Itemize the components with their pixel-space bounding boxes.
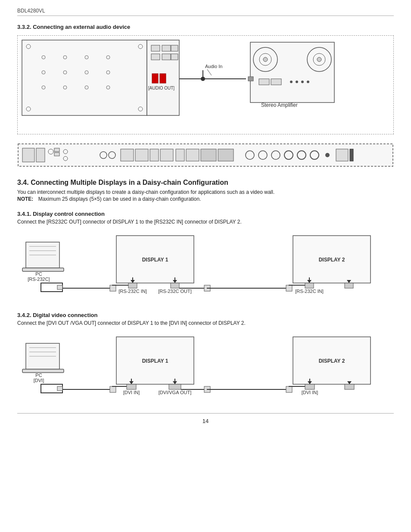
svg-rect-59 bbox=[135, 149, 148, 161]
svg-rect-0 bbox=[22, 40, 147, 115]
svg-text:DISPLAY 2: DISPLAY 2 bbox=[319, 257, 345, 263]
bottom-panel-diagram bbox=[17, 143, 394, 169]
section-332-title: 3.3.2. Connecting an external audio devi… bbox=[17, 24, 394, 30]
svg-rect-122 bbox=[127, 384, 136, 389]
svg-rect-64 bbox=[201, 149, 216, 161]
svg-rect-109 bbox=[286, 285, 292, 291]
svg-rect-73 bbox=[336, 149, 348, 161]
svg-point-72 bbox=[325, 153, 330, 157]
section-342-title: 3.4.2. Digital video connection bbox=[17, 312, 394, 318]
bottom-connectors-svg bbox=[17, 143, 394, 168]
svg-rect-144 bbox=[286, 386, 292, 392]
note-label: NOTE: bbox=[17, 196, 33, 202]
svg-point-45 bbox=[307, 81, 309, 83]
svg-point-36 bbox=[263, 57, 268, 62]
svg-text:[DVI/VGA OUT]: [DVI/VGA OUT] bbox=[159, 390, 191, 395]
svg-text:[RS-232C OUT]: [RS-232C OUT] bbox=[158, 289, 192, 294]
section-34-desc1: You can interconnect multiple displays t… bbox=[17, 189, 394, 195]
svg-rect-63 bbox=[186, 149, 199, 161]
svg-rect-139 bbox=[345, 384, 354, 389]
svg-rect-23 bbox=[171, 54, 178, 60]
svg-rect-41 bbox=[271, 79, 281, 85]
svg-text:[AUDIO OUT]: [AUDIO OUT] bbox=[148, 86, 174, 90]
svg-rect-65 bbox=[218, 149, 234, 161]
svg-line-31 bbox=[207, 69, 212, 75]
section-341: 3.4.1. Display control connection Connec… bbox=[17, 211, 394, 302]
svg-rect-126 bbox=[169, 384, 181, 389]
svg-rect-58 bbox=[121, 149, 134, 161]
svg-rect-115 bbox=[22, 369, 64, 373]
svg-rect-33 bbox=[250, 42, 334, 103]
svg-rect-100 bbox=[305, 283, 314, 288]
note-text: Maximum 25 displays (5×5) can be used in… bbox=[38, 196, 201, 202]
section-341-title: 3.4.1. Display control connection bbox=[17, 211, 394, 217]
section-342-diagram: PC [DVI] DISPLAY 1 [DVI IN] [DVI/VGA OUT… bbox=[17, 330, 394, 401]
svg-text:[DVI IN]: [DVI IN] bbox=[123, 390, 140, 395]
svg-rect-20 bbox=[171, 45, 178, 51]
svg-rect-135 bbox=[305, 384, 314, 389]
svg-text:DISPLAY 2: DISPLAY 2 bbox=[319, 358, 345, 364]
svg-rect-21 bbox=[151, 54, 160, 60]
svg-rect-90 bbox=[171, 283, 179, 288]
section-342-desc: Connect the [DVI OUT /VGA OUT] connector… bbox=[17, 320, 394, 326]
svg-rect-62 bbox=[176, 149, 184, 161]
svg-rect-52 bbox=[54, 148, 59, 152]
svg-rect-18 bbox=[151, 45, 160, 51]
svg-rect-22 bbox=[162, 54, 171, 60]
svg-text:DISPLAY 1: DISPLAY 1 bbox=[142, 257, 168, 263]
audio-diagram-container: [AUDIO OUT] Audio In Stereo Amplifier bbox=[17, 35, 394, 134]
svg-rect-50 bbox=[36, 148, 45, 162]
svg-text:[DVI IN]: [DVI IN] bbox=[302, 390, 318, 395]
svg-rect-46 bbox=[248, 77, 253, 81]
model-label: BDL4280VL bbox=[17, 8, 394, 16]
svg-text:Stereo Amplifier: Stereo Amplifier bbox=[261, 102, 298, 108]
svg-rect-83 bbox=[57, 285, 62, 289]
svg-text:PC: PC bbox=[35, 271, 42, 277]
svg-rect-104 bbox=[345, 283, 353, 288]
svg-rect-119 bbox=[57, 386, 62, 391]
svg-rect-53 bbox=[54, 152, 59, 156]
svg-text:[RS-232C]: [RS-232C] bbox=[28, 277, 50, 282]
page-number: 14 bbox=[17, 413, 394, 424]
svg-point-44 bbox=[301, 81, 304, 83]
svg-rect-95 bbox=[110, 285, 116, 291]
svg-rect-86 bbox=[128, 283, 137, 288]
svg-text:Audio In: Audio In bbox=[205, 64, 222, 69]
svg-rect-79 bbox=[22, 268, 64, 271]
section-341-desc: Connect the [RS232C OUT] connector of DI… bbox=[17, 219, 394, 225]
model-text: BDL4280VL bbox=[17, 8, 45, 14]
svg-rect-61 bbox=[160, 149, 173, 161]
section-342: 3.4.2. Digital video connection Connect … bbox=[17, 312, 394, 403]
svg-text:[RS-232C IN]: [RS-232C IN] bbox=[295, 289, 323, 294]
section-34: 3.4. Connecting Multiple Displays in a D… bbox=[17, 179, 394, 202]
section-34-title: 3.4. Connecting Multiple Displays in a D… bbox=[17, 179, 394, 187]
svg-point-43 bbox=[296, 81, 298, 83]
section-341-diagram: PC [RS-232C] DISPLAY 1 [RS-232C IN] [RS-… bbox=[17, 229, 394, 300]
svg-rect-74 bbox=[350, 149, 353, 161]
svg-rect-24 bbox=[152, 74, 158, 83]
svg-point-39 bbox=[317, 57, 321, 62]
svg-rect-19 bbox=[162, 45, 171, 51]
audio-connection-diagram: [AUDIO OUT] Audio In Stereo Amplifier bbox=[18, 36, 394, 131]
svg-point-42 bbox=[290, 81, 293, 83]
svg-text:PC: PC bbox=[35, 373, 42, 378]
svg-rect-131 bbox=[110, 386, 116, 392]
svg-text:[DVI]: [DVI] bbox=[34, 378, 44, 383]
section-34-note: NOTE: Maximum 25 displays (5×5) can be u… bbox=[17, 196, 394, 202]
svg-rect-60 bbox=[150, 149, 159, 161]
svg-text:[RS-232C IN]: [RS-232C IN] bbox=[118, 289, 146, 294]
svg-text:DISPLAY 1: DISPLAY 1 bbox=[142, 358, 168, 364]
svg-rect-49 bbox=[22, 148, 34, 162]
svg-rect-25 bbox=[160, 74, 166, 83]
svg-rect-40 bbox=[259, 79, 269, 85]
